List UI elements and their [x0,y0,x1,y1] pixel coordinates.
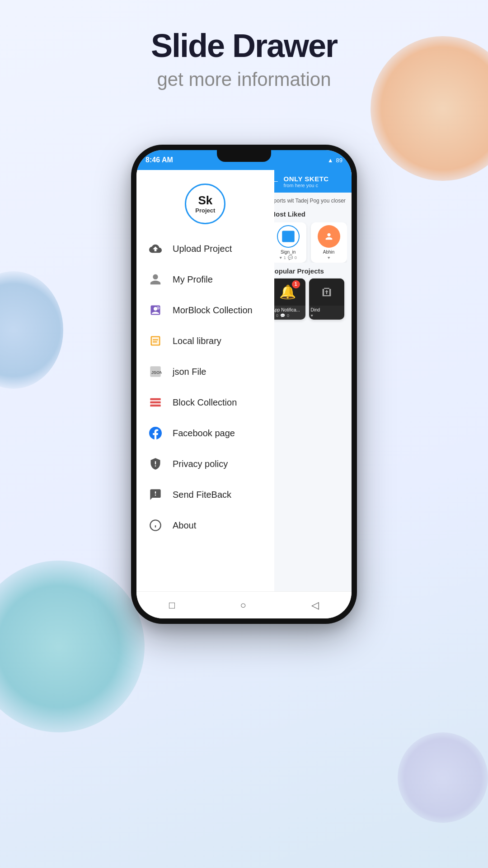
drawer-item-upload[interactable]: Upload Project [141,233,270,264]
upload-icon [147,241,164,257]
status-notch [217,150,271,162]
notif-badge: 1 [292,280,300,288]
phone-wrapper: 8:46 AM ▲ 89 Sk Project [131,145,357,624]
liked-icon-signin [277,225,300,248]
blob-lavender [398,732,488,823]
popular-card-notif-name: App Notifica... [270,306,305,313]
popular-card-notif-stats: ♥ 0 💬 0 [270,313,305,320]
local-library-label: Local library [173,336,221,346]
liked-count: 1 [284,255,286,260]
liked-icon-abhin [318,225,340,248]
right-panel-title: ONLY SKETC [284,175,329,183]
send-fiteback-label: Send FiteBack [173,490,231,500]
square-nav-icon[interactable]: □ [169,599,175,611]
about-icon [147,517,164,533]
blob-blue-left [0,271,63,389]
signal-icon: ▲ [328,157,333,164]
drawer-item-library[interactable]: Local library [141,326,270,356]
logo-project: Project [195,207,215,214]
drawer-item-feedback[interactable]: Send FiteBack [141,479,270,510]
popular-card-dind-name: Dind [309,306,344,313]
popular-card-dind-stats: ♥ [309,313,344,320]
about-label: About [173,520,196,531]
drawer-item-block[interactable]: Block Collection [141,387,270,418]
page-title: Slide Drawer [0,27,488,64]
status-bar: 8:46 AM ▲ 89 [136,150,352,170]
facebook-page-label: Facebook page [173,428,235,439]
svg-rect-9 [150,405,160,407]
comment-icon-2: 💬 [280,313,285,318]
logo-circle: Sk Project [185,184,225,224]
privacy-policy-label: Privacy policy [173,459,228,469]
popular-comments: 0 [287,313,289,318]
drawer-item-profile[interactable]: My Profile [141,264,270,295]
phone-screen: 8:46 AM ▲ 89 Sk Project [136,150,352,618]
privacy-icon [147,456,164,472]
blob-teal [0,561,145,732]
drawer-logo: Sk Project [136,170,274,233]
popular-card-dind-img [309,278,344,306]
json-file-label: json File [173,367,206,377]
heart-icon-2: ♥ [328,255,330,260]
svg-text:JSON: JSON [151,370,162,375]
liked-card-abhin-stats: ♥ [328,255,330,260]
comment-count: 0 [295,255,297,260]
popular-card-notif-img: 🔔 1 [270,278,305,306]
heart-icon: ♥ [279,255,282,260]
right-panel: ← ONLY SKETC from here you c Sports wit … [266,170,352,591]
liked-card-signin-stats: ♥ 1 💬 0 [279,255,296,260]
most-liked-label: Most Liked [270,210,347,218]
json-icon: JSON [147,363,164,380]
my-profile-label: My Profile [173,274,213,285]
svg-rect-8 [150,401,160,404]
library-icon [147,333,164,349]
svg-rect-2 [152,337,159,344]
back-nav-icon[interactable]: ◁ [311,599,319,611]
liked-card-signin[interactable]: Sign_in ♥ 1 💬 0 [270,222,306,263]
block-collection-label: Block Collection [173,397,237,408]
drawer-item-privacy[interactable]: Privacy policy [141,448,270,479]
popular-row: 🔔 1 App Notifica... ♥ 0 💬 0 [270,278,347,320]
status-icons: ▲ 89 [328,157,343,164]
facebook-icon [147,425,164,441]
phone-frame: 8:46 AM ▲ 89 Sk Project [131,145,357,624]
drawer-item-json[interactable]: JSON json File [141,356,270,387]
page-subtitle: get more information [0,69,488,90]
right-panel-subtitle: from here you c [284,183,329,188]
right-content: Sports wit Tadej Pog you closer Most Lik… [266,193,352,324]
drawer-item-morblock[interactable]: MorBlock Collection [141,295,270,326]
drawer-item-facebook[interactable]: Facebook page [141,418,270,448]
page-header: Slide Drawer get more information [0,27,488,90]
feedback-icon [147,486,164,503]
most-liked-row: Sign_in ♥ 1 💬 0 Ab [270,222,347,263]
heart-icon-4: ♥ [311,313,313,318]
morblock-icon [147,302,164,318]
comment-icon: 💬 [288,255,293,260]
liked-card-abhin-name: Abhin [323,250,335,255]
svg-rect-3 [153,340,158,340]
status-time: 8:46 AM [145,156,173,164]
popular-likes: 0 [276,313,278,318]
svg-rect-4 [153,341,157,342]
drawer-item-about[interactable]: About [141,510,270,541]
popular-card-notif[interactable]: 🔔 1 App Notifica... ♥ 0 💬 0 [270,278,305,320]
sports-text: Sports wit Tadej Pog you closer [270,197,347,205]
popular-label: Popular Projects [270,267,347,275]
battery-level: 89 [336,157,343,164]
right-top-bar: ← ONLY SKETC from here you c [266,170,352,193]
block-icon [147,394,164,410]
drawer-menu: Upload Project My Profile [136,233,274,541]
upload-project-label: Upload Project [173,244,232,254]
liked-card-signin-name: Sign_in [281,250,296,255]
bottom-nav: □ ○ ◁ [136,591,352,618]
morblock-label: MorBlock Collection [173,305,253,316]
drawer-panel: Sk Project Upload Project [136,170,274,591]
svg-rect-7 [150,398,160,401]
profile-icon [147,271,164,288]
liked-card-abhin[interactable]: Abhin ♥ [311,222,347,263]
circle-nav-icon[interactable]: ○ [240,599,246,611]
popular-card-dind[interactable]: Dind ♥ [309,278,344,320]
logo-sk: Sk [195,194,215,207]
